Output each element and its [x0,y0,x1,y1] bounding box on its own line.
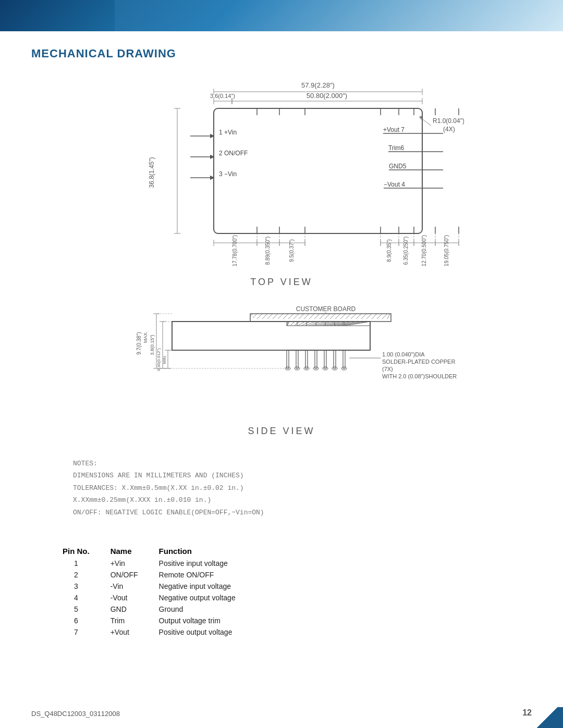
svg-line-89 [290,322,295,326]
svg-line-124 [340,314,346,319]
svg-line-130 [372,314,377,319]
svg-line-108 [257,314,262,319]
svg-text:1.00 (0.040")DIA: 1.00 (0.040")DIA [382,351,425,357]
pin-function: Remote ON/OFF [159,569,256,581]
pin-name: +Vout [111,626,159,638]
pin-name: -Vin [111,581,159,592]
svg-line-120 [320,314,325,319]
pin-name: ON/OFF [111,569,159,581]
pin-number: 5 [63,603,111,615]
svg-line-132 [382,314,387,319]
svg-text:WITH 2.0 (0.08")SHOULDER: WITH 2.0 (0.08")SHOULDER [382,373,457,379]
footer-page-number: 12 [522,708,532,718]
pin-number: 2 [63,569,111,581]
svg-text:6.35(0.250"): 6.35(0.250") [403,237,409,265]
svg-text:Trim6: Trim6 [388,144,405,152]
col-header-name: Name [111,545,159,558]
footer: DS_Q48DC12003_03112008 12 [31,708,532,718]
pin-number: 1 [63,558,111,569]
svg-line-109 [262,314,267,319]
svg-rect-140 [324,350,326,368]
svg-text:8.89(0.350"): 8.89(0.350") [265,237,271,265]
pin-name: Trim [111,615,159,626]
svg-rect-136 [287,350,289,368]
svg-text:+Vout 7: +Vout 7 [383,126,405,133]
pin-name: GND [111,603,159,615]
svg-line-110 [267,314,273,319]
svg-text:12.70(0.500"): 12.70(0.500") [421,235,427,266]
svg-text:1  +Vin: 1 +Vin [219,129,237,136]
notes-section: NOTES: DIMENSIONS ARE IN MILLIMETERS AND… [31,458,532,519]
svg-line-118 [309,314,314,319]
pin-table-section: Pin No. Name Function 1+VinPositive inpu… [31,545,532,638]
svg-line-123 [335,314,340,319]
svg-line-112 [278,314,283,319]
col-header-function: Function [159,545,256,558]
drawing-container: 57.9(2.28") 3.6(0.14") 50.80(2.000") R1.… [31,76,532,638]
pin-function: Positive output voltage [159,626,256,638]
top-view-svg: 57.9(2.28") 3.6(0.14") 50.80(2.000") R1.… [99,76,464,274]
pin-function: Output voltage trim [159,615,256,626]
side-view-area: CUSTOMER BOARD [31,303,532,437]
svg-line-128 [361,314,366,319]
notes-title: NOTES: [73,458,532,470]
header-banner [0,0,563,31]
svg-rect-142 [343,350,345,368]
svg-text:3.6(0.14"): 3.6(0.14") [210,93,235,99]
svg-line-125 [346,314,351,319]
svg-line-92 [301,322,310,326]
svg-line-115 [293,314,299,319]
svg-text:(4X): (4X) [443,126,455,133]
section-title: MECHANICAL DRAWING [31,47,532,60]
svg-rect-137 [296,350,298,368]
pin-number: 4 [63,592,111,603]
pin-function: Negative output voltage [159,592,256,603]
svg-text:(7X): (7X) [382,366,393,372]
pin-name: -Vout [111,592,159,603]
svg-text:17.78(0.700"): 17.78(0.700") [232,235,238,266]
table-row: 5GNDGround [63,603,256,615]
notes-text: NOTES: DIMENSIONS ARE IN MILLIMETERS AND… [73,458,532,519]
svg-text:−Vout 4: −Vout 4 [384,181,405,188]
pin-function: Ground [159,603,256,615]
notes-line-4: ON/OFF: NEGATIVE LOGIC ENABLE(OPEN=OFF,−… [73,507,532,519]
pin-number: 3 [63,581,111,592]
svg-text:0.30(0.012"): 0.30(0.012") [156,348,161,371]
svg-text:9.5(0.37"): 9.5(0.37") [289,239,295,262]
pin-table: Pin No. Name Function 1+VinPositive inpu… [63,545,256,638]
table-row: 7+VoutPositive output voltage [63,626,256,638]
svg-line-126 [351,314,356,319]
svg-line-127 [356,314,361,319]
table-row: 2ON/OFFRemote ON/OFF [63,569,256,581]
svg-line-131 [377,314,382,319]
table-header-row: Pin No. Name Function [63,545,256,558]
svg-line-114 [288,314,293,319]
notes-line-2: TOLERANCES: X.Xmm±0.5mm(X.XX in.±0.02 in… [73,482,532,494]
table-row: 3-VinNegative input voltage [63,581,256,592]
svg-text:MAX.: MAX. [143,331,148,343]
svg-line-133 [387,314,390,319]
notes-line-1: DIMENSIONS ARE IN MILLIMETERS AND (INCHE… [73,470,532,482]
svg-line-113 [283,314,288,319]
pin-name: +Vin [111,558,159,569]
svg-line-121 [325,314,330,319]
svg-rect-141 [334,350,336,368]
svg-text:19.05(0.750"): 19.05(0.750") [444,235,449,266]
svg-line-122 [330,314,335,319]
svg-text:8.9(0.35"): 8.9(0.35") [386,239,392,262]
svg-text:3.8(0.15"): 3.8(0.15") [150,335,155,355]
svg-line-119 [314,314,320,319]
pin-number: 7 [63,626,111,638]
svg-text:R1.0(0.04"): R1.0(0.04") [433,117,464,125]
svg-line-129 [366,314,372,319]
side-view-label: SIDE VIEW [248,426,315,437]
svg-text:36.8(1.45"): 36.8(1.45") [148,157,155,188]
pin-function: Positive input voltage [159,558,256,569]
svg-text:GND5: GND5 [389,163,407,170]
svg-rect-139 [315,350,317,368]
svg-text:MIN.: MIN. [162,355,167,364]
footer-corner-decoration [532,707,563,728]
pin-function: Negative input voltage [159,581,256,592]
footer-doc-number: DS_Q48DC12003_03112008 [31,710,120,718]
table-row: 6TrimOutput voltage trim [63,615,256,626]
